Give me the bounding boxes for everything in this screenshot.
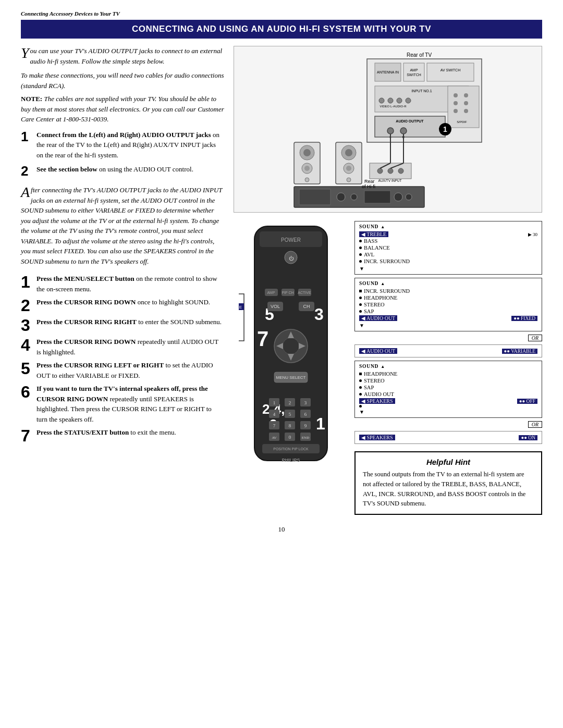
svg-point-12: [397, 98, 402, 103]
svg-text:ACTIVE: ACTIVE: [298, 291, 311, 294]
stereo-label: STEREO: [364, 302, 385, 307]
panel3-header: SOUND ▲: [359, 364, 537, 369]
svg-text:7: 7: [257, 327, 268, 350]
step-text-2: See the section below on using the AUDIO…: [36, 164, 193, 175]
panel2-header: SOUND ▲: [359, 281, 537, 286]
svg-point-48: [351, 194, 357, 200]
audio-out-variable-panel: ◀ AUDIO OUT ●● VARIABLE: [354, 344, 542, 357]
text-column: You can use your TV's AUDIO OUTPUT jacks…: [21, 46, 224, 515]
helpful-hint-title: Helpful Hint: [363, 458, 534, 466]
svg-point-50: [394, 193, 402, 201]
panel3-headphone: HEADPHONE: [359, 371, 537, 377]
panel3-headphone-label: HEADPHONE: [364, 371, 397, 377]
headphone-label: HEADPHONE: [364, 295, 397, 301]
svg-point-17: [464, 93, 468, 97]
main-step-content-2: Press the CURSOR RING DOWN once to highl…: [36, 297, 210, 307]
audio-out-variable-highlight: ◀ AUDIO OUT: [359, 348, 397, 354]
svg-text:0: 0: [289, 435, 291, 440]
avl-label: AVL: [364, 252, 374, 257]
bass-label: BASS: [364, 238, 377, 244]
svg-point-10: [379, 98, 384, 103]
helpful-hint-text: The sound outputs from the TV to an exte…: [363, 470, 534, 509]
svg-text:⏻: ⏻: [289, 256, 294, 261]
speakers-on-highlight: ◀ SPEAKERS: [359, 435, 395, 440]
panel3-audio-out-dot: [359, 393, 362, 396]
panel2-audio-out: ◀ AUDIO OUT ●● FIXED: [359, 315, 537, 322]
panel2-down-arrow: ▼: [359, 323, 537, 328]
sap-label: SAP: [364, 309, 374, 314]
drop-cap-y: Y: [21, 46, 29, 60]
intro-text-2: To make these connections, you will need…: [21, 71, 224, 90]
main-step-num-4: 4: [21, 337, 32, 353]
sound-panel-3: SOUND ▲ HEADPHONE STEREO: [354, 361, 542, 418]
svg-point-37: [304, 166, 310, 171]
note-text: The cables are not supplied with your TV…: [21, 95, 224, 123]
step-row-1: 1 Connect from the L(eft) and R(ight) AU…: [21, 130, 224, 161]
svg-point-11: [388, 98, 393, 103]
sound-label-2: SOUND: [359, 281, 378, 286]
connection-diagram: Rear of TV ANTENNA IN AMP SWITCH AV SWIT…: [234, 46, 542, 213]
svg-point-13: [406, 98, 411, 103]
svg-text:AV: AV: [272, 436, 276, 440]
svg-text:CH: CH: [303, 304, 310, 309]
svg-point-51: [406, 194, 412, 200]
drop-cap-a: A: [21, 185, 30, 200]
step-number-1: 1: [21, 130, 33, 143]
or-badge-1: OR: [528, 335, 542, 341]
panel1-incr-surround: INCR. SURROUND: [359, 258, 537, 265]
speakers-value-on: ●● ON: [519, 435, 537, 440]
svg-point-56: [398, 168, 403, 174]
panel1-treble: ◀ TREBLE ▶ 30: [359, 231, 537, 238]
svg-point-38: [305, 178, 309, 182]
connection-diagram-svg: Rear of TV ANTENNA IN AMP SWITCH AV SWIT…: [289, 48, 487, 210]
svg-text:2: 2: [289, 400, 291, 405]
step2-bold: See the section below: [36, 165, 97, 173]
svg-text:POWER: POWER: [281, 237, 301, 243]
svg-text:VOL: VOL: [271, 304, 280, 309]
svg-rect-6: [427, 63, 474, 81]
menus-area: SOUND ▲ ◀ TREBLE ▶ 30 BASS: [354, 221, 542, 515]
audio-out-value-variable: ●● VARIABLE: [502, 349, 537, 354]
panel2-incr-surround: INCR. SURROUND: [359, 288, 537, 294]
sound-label-1: SOUND: [359, 224, 378, 229]
svg-point-43: [346, 166, 351, 171]
note-bold: NOTE:: [21, 95, 42, 103]
svg-point-20: [454, 109, 458, 113]
speakers-on-panel: ◀ SPEAKERS ●● ON: [354, 431, 542, 444]
main-step-content-3: Press the CURSOR RING RIGHT to enter the…: [36, 317, 222, 327]
or-bar-2: OR: [354, 421, 542, 428]
page-number: 10: [21, 525, 542, 534]
svg-rect-49: [364, 191, 390, 203]
treble-highlight: ◀ TREBLE: [359, 231, 388, 237]
panel1-balance: BALANCE: [359, 244, 537, 251]
panel1-down-arrow: ▼: [359, 266, 537, 272]
svg-point-21: [464, 109, 468, 113]
step1-bold: Connect from the L(eft) and R(ight) AUDI…: [36, 131, 211, 139]
svg-text:SWITCH: SWITCH: [407, 73, 421, 77]
svg-point-26: [400, 128, 407, 134]
svg-text:5: 5: [289, 412, 291, 417]
rear-tv-label: Rear of TV: [407, 52, 432, 58]
panel3-speakers: ◀ SPEAKERS ●● OFF: [359, 398, 537, 404]
panel3-audio-out: AUDIO OUT: [359, 391, 537, 398]
svg-text:AV SWITCH: AV SWITCH: [440, 68, 460, 72]
svg-text:1: 1: [443, 125, 447, 133]
main-step-content-5: Press the CURSOR RING LEFT or RIGHT to s…: [36, 360, 224, 380]
panel3-up-arrow: ▲: [381, 364, 385, 369]
treble-value: ▶ 30: [528, 232, 537, 237]
panel3-stereo-label: STEREO: [364, 378, 385, 384]
svg-point-47: [337, 193, 345, 201]
svg-text:6: 6: [304, 412, 307, 417]
svg-text:8: 8: [289, 423, 291, 428]
panel3-sap-dot: [359, 386, 362, 389]
bass-dot: [359, 240, 362, 242]
main-step-num-5: 5: [21, 360, 32, 377]
numbered-steps: 1 Press the MENU/SELECT button on the re…: [21, 274, 224, 444]
svg-point-16: [454, 93, 458, 97]
svg-text:TREBLE: TREBLE: [239, 305, 242, 310]
main-step-num-3: 3: [21, 317, 32, 334]
svg-point-72: [283, 338, 299, 354]
balance-label: BALANCE: [364, 245, 390, 251]
content-row: You can use your TV's AUDIO OUTPUT jacks…: [21, 46, 542, 515]
audio-out-highlight: ◀ AUDIO OUT: [359, 315, 397, 321]
